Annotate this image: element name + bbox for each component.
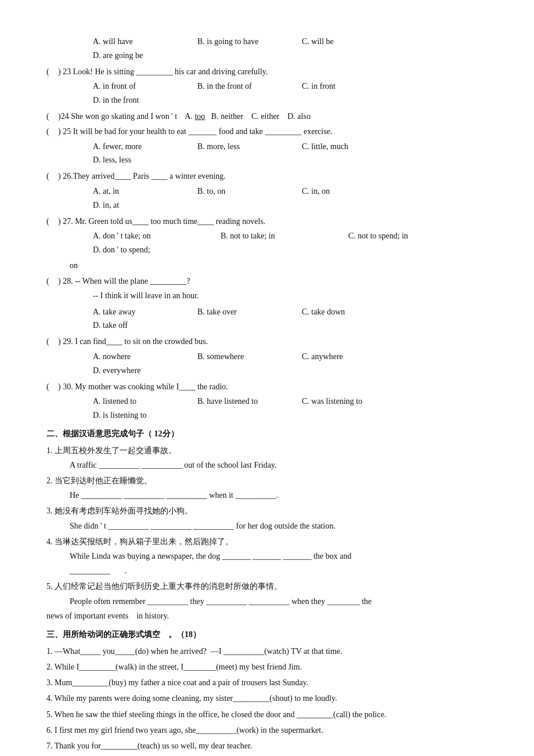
q25-opt-a: A. fewer, more: [93, 140, 186, 154]
q26-opt-d: D. in, at: [93, 198, 186, 212]
q25-opt-b: B. more, less: [197, 140, 290, 154]
s2-q1-cn: 1. 上周五校外发生了一起交通事故。: [46, 443, 488, 458]
question-25: ( ) 25 It will be bad for your health to…: [46, 125, 488, 139]
q28-opt-d: D. take off: [93, 319, 186, 332]
s2-q4: 4. 当琳达买报纸时，狗从箱子里出来，然后跑掉了。 While Linda wa…: [46, 534, 488, 578]
s3-q4: 4. While my parents were doing some clea…: [46, 691, 488, 706]
q28-subline: -- I think it will leave in an hour.: [46, 290, 488, 302]
q27-options: A. don ' t take; on B. not to take; in C…: [46, 229, 488, 257]
q27-continued: on: [46, 259, 488, 272]
q27-opt-b: B. not to take; in: [221, 229, 337, 243]
q23-opt-c: C. in front: [302, 79, 395, 93]
q25-opt-c: C. little, much: [302, 140, 395, 154]
section3-title: 三、用所给动词的正确形式填空 。（18）: [46, 628, 488, 642]
q30-opt-b: B. have listened to: [197, 395, 290, 408]
option-d-top: D. are going be: [93, 49, 186, 63]
q26-opt-b: B. to, on: [197, 185, 290, 198]
section2-title: 二、根据汉语意思完成句子（ 12分）: [46, 427, 488, 441]
s2-q1-en: A traffic __________ __________ out of t…: [46, 458, 488, 472]
q27-paren: (: [46, 215, 58, 229]
s3-q7: 7. Thank you for_________(teach) us so w…: [46, 739, 488, 753]
q29-options: A. nowhere B. somewhere C. anywhere D. e…: [46, 350, 488, 378]
q29-paren: (: [46, 335, 58, 349]
s3-q3: 3. Mum_________(buy) my father a nice co…: [46, 675, 488, 690]
q28-opt-a: A. take away: [93, 305, 186, 319]
q26-options: A. at, in B. to, on C. in, on D. in, at: [46, 185, 488, 212]
s2-q3-cn: 3. 她没有考虑到车站外面寻找她的小狗。: [46, 504, 488, 518]
q24-content: )24 She won go skating and I won ' t A. …: [58, 110, 488, 124]
s2-q5-en2: news of important events in history.: [46, 609, 488, 623]
q24-paren: (: [46, 110, 58, 124]
q30-content: ) 30. My mother was cooking while I____ …: [58, 380, 488, 394]
top-options-row: A. will have B. is going to have C. will…: [46, 35, 488, 63]
q28-options: A. take away B. take over C. take down D…: [46, 305, 488, 333]
q30-paren: (: [46, 380, 58, 394]
s2-q5-cn: 5. 人们经常记起当他们听到历史上重大事件的消息时所做的事情。: [46, 579, 488, 594]
s2-q4-en: While Linda was buying a newspaper, the …: [46, 549, 488, 563]
q26-content: ) 26.They arrived____ Paris ____ a winte…: [58, 169, 488, 183]
s2-q4-cn: 4. 当琳达买报纸时，狗从箱子里出来，然后跑掉了。: [46, 534, 488, 549]
q26-opt-a: A. at, in: [93, 185, 186, 198]
s3-q1: 1. —What_____ you_____(do) when he arriv…: [46, 644, 488, 659]
q23-options: A. in front of B. in the front of C. in …: [46, 79, 488, 107]
q29-content: ) 29. I can find____ to sit on the crowd…: [58, 335, 488, 349]
q29-opt-a: A. nowhere: [93, 350, 186, 364]
q26-opt-c: C. in, on: [302, 185, 395, 198]
option-b-top: B. is going to have: [197, 35, 290, 49]
q23-opt-b: B. in the front of: [197, 79, 290, 93]
q23-opt-d: D. in the front: [93, 93, 186, 107]
s3-q2: 2. While I_________(walk) in the street,…: [46, 660, 488, 674]
q26-paren: (: [46, 169, 58, 183]
q25-opt-d: D. less, less: [93, 153, 186, 167]
q25-paren: (: [46, 125, 58, 139]
q30-opt-c: C. was listening to: [302, 395, 395, 408]
q23-opt-a: A. in front of: [93, 79, 186, 93]
option-c-top: C. will be: [302, 35, 395, 49]
s3-q5: 5. When he saw the thief steeling things…: [46, 707, 488, 722]
exam-sheet: A. will have B. is going to have C. will…: [46, 35, 488, 756]
question-24: ( )24 She won go skating and I won ' t A…: [46, 110, 488, 124]
s2-q2-cn: 2. 当它到达时他正在睡懒觉。: [46, 473, 488, 488]
question-29: ( ) 29. I can find____ to sit on the cro…: [46, 335, 488, 349]
q29-opt-d: D. everywhere: [93, 364, 186, 378]
q28-content: ) 28. -- When will the plane _________?: [58, 274, 488, 288]
q25-options: A. fewer, more B. more, less C. little, …: [46, 140, 488, 168]
q27-opt-c: C. not to spend; in: [348, 229, 464, 243]
s2-q5-en: People often remember __________ they __…: [46, 594, 488, 609]
q27-opt-a: A. don ' t take; on: [93, 229, 209, 243]
option-a-top: A. will have: [93, 35, 186, 49]
q30-options: A. listened to B. have listened to C. wa…: [46, 395, 488, 422]
q29-opt-c: C. anywhere: [302, 350, 395, 364]
question-23: ( ) 23 Look! He is sitting _________ his…: [46, 65, 488, 79]
q30-opt-a: A. listened to: [93, 395, 186, 408]
s2-q3-en: She didn ' t __________ __________ _____…: [46, 519, 488, 533]
s2-q1: 1. 上周五校外发生了一起交通事故。 A traffic __________ …: [46, 443, 488, 472]
q30-opt-d: D. is listening to: [93, 408, 186, 422]
question-30: ( ) 30. My mother was cooking while I___…: [46, 380, 488, 394]
s2-q5: 5. 人们经常记起当他们听到历史上重大事件的消息时所做的事情。 People o…: [46, 579, 488, 623]
q27-content: ) 27. Mr. Green told us____ too much tim…: [58, 215, 488, 229]
s2-q4-en2: __________ .: [46, 563, 488, 578]
q28-opt-b: B. take over: [197, 305, 290, 319]
q27-opt-d: D. don ' to spend;: [93, 243, 209, 257]
q25-content: ) 25 It will be bad for your health to e…: [58, 125, 488, 139]
q23-paren: (: [46, 65, 58, 79]
question-27: ( ) 27. Mr. Green told us____ too much t…: [46, 215, 488, 229]
s2-q2: 2. 当它到达时他正在睡懒觉。 He __________ __________…: [46, 473, 488, 502]
q23-content: ) 23 Look! He is sitting _________ his c…: [58, 65, 488, 79]
question-26: ( ) 26.They arrived____ Paris ____ a win…: [46, 169, 488, 183]
question-28: ( ) 28. -- When will the plane _________…: [46, 274, 488, 288]
s2-q3: 3. 她没有考虑到车站外面寻找她的小狗。 She didn ' t ______…: [46, 504, 488, 533]
s3-q6: 6. I first met my girl friend two years …: [46, 723, 488, 737]
q29-opt-b: B. somewhere: [197, 350, 290, 364]
q28-paren: (: [46, 274, 58, 288]
s2-q2-en: He __________ __________ __________ when…: [46, 488, 488, 502]
q28-opt-c: C. take down: [302, 305, 395, 319]
